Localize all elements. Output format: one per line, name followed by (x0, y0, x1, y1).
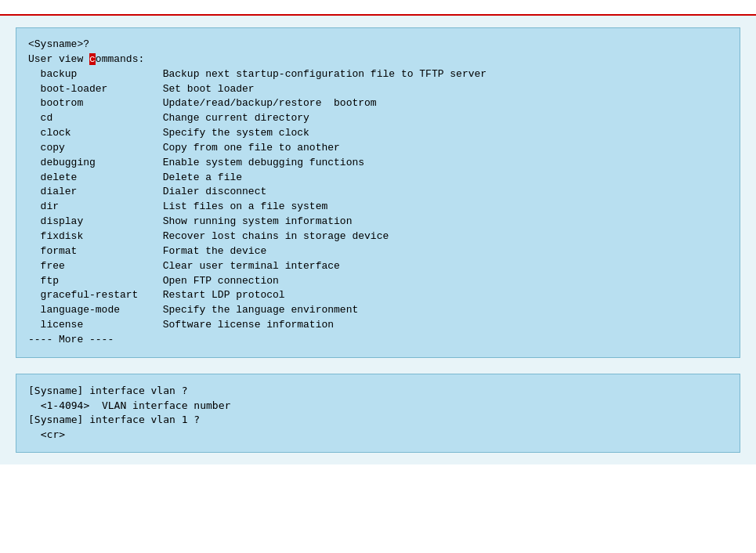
terminal-box-1: <Sysname>? User view commands: backup Ba… (16, 27, 740, 358)
terminal-content-1: <Sysname>? User view commands: backup Ba… (28, 38, 728, 348)
terminal-box-2: [Sysname] interface vlan ? <1-4094> VLAN… (16, 374, 740, 453)
page-header (0, 0, 756, 16)
terminal-content-2: [Sysname] interface vlan ? <1-4094> VLAN… (28, 384, 728, 443)
main-content: <Sysname>? User view commands: backup Ba… (0, 16, 756, 464)
